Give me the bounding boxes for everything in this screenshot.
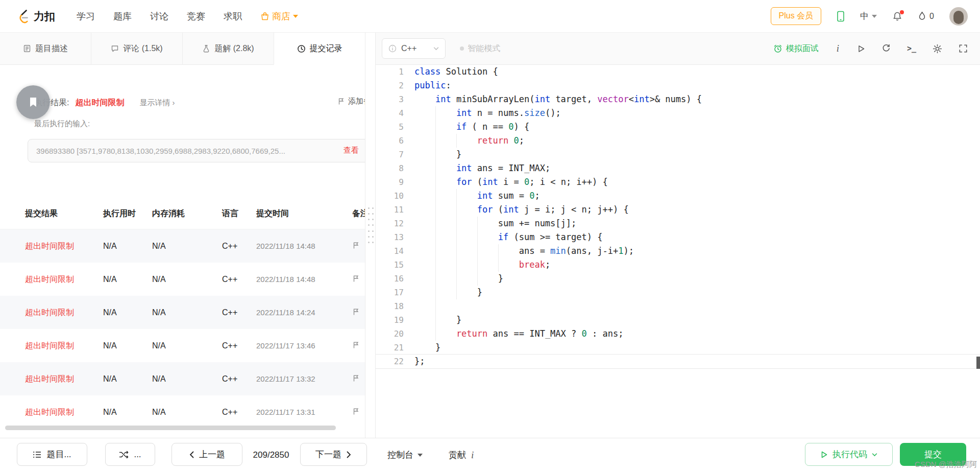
plus-member-button[interactable]: Plus 会员 — [771, 7, 822, 25]
code-line[interactable]: 10int sum = 0; — [376, 189, 980, 203]
fullscreen-icon[interactable] — [959, 44, 968, 53]
note-flag-icon[interactable] — [352, 242, 360, 249]
nav-item[interactable]: 求职 — [224, 10, 242, 22]
code-editor[interactable]: 1class Solution {2public:3int minSubArra… — [376, 65, 980, 438]
reset-icon[interactable] — [881, 44, 891, 53]
submission-status[interactable]: 超出时间限制 — [25, 329, 74, 362]
contribute-link[interactable]: 贡献 i — [449, 438, 475, 471]
next-problem-button[interactable]: 下一题 — [300, 443, 367, 466]
notifications-button[interactable] — [892, 11, 902, 21]
view-link[interactable]: 查看 — [344, 146, 359, 155]
add-note-link[interactable]: 添加备注 — [337, 97, 365, 106]
table-row[interactable]: 超出时间限制N/AN/AC++2022/11/18 14:24 — [0, 296, 365, 329]
table-row[interactable]: 超出时间限制N/AN/AC++2022/11/18 14:48 — [0, 263, 365, 296]
run-code-button[interactable]: 执行代码 — [805, 443, 893, 466]
tab-description[interactable]: 题目描述 — [0, 33, 91, 65]
console-toggle[interactable]: 控制台 — [387, 438, 423, 471]
code-line[interactable]: 2public: — [376, 79, 980, 92]
code-line[interactable]: 15break; — [376, 258, 980, 272]
code-line[interactable]: 20return ans == INT_MAX ? 0 : ans; — [376, 327, 980, 341]
show-details-link[interactable]: 显示详情 › — [139, 98, 175, 108]
solutions-icon — [202, 44, 210, 53]
note-flag-icon[interactable] — [352, 408, 360, 415]
line-number: 21 — [376, 341, 404, 355]
submission-status[interactable]: 超出时间限制 — [25, 362, 74, 395]
code-line[interactable]: 19} — [376, 313, 980, 327]
table-row[interactable]: 超出时间限制N/AN/AC++2022/11/17 13:46 — [0, 329, 365, 362]
streak-counter[interactable]: 0 — [918, 11, 934, 21]
last-input-box[interactable]: 396893380 [3571,9780,8138,1030,2959,6988… — [28, 139, 365, 162]
language-select[interactable]: C++ — [382, 38, 446, 59]
tab-comments[interactable]: 评论 (1.5k) — [91, 33, 182, 65]
code-line[interactable]: 9for (int i = 0; i < n; i++) { — [376, 175, 980, 189]
submission-status[interactable]: 超出时间限制 — [25, 296, 74, 329]
code-line[interactable]: 13if (sum >= target) { — [376, 230, 980, 244]
result-status[interactable]: 超出时间限制 — [75, 98, 124, 108]
nav-item[interactable]: 竞赛 — [187, 10, 205, 22]
code-line[interactable]: 11for (int j = i; j < n; j++) { — [376, 203, 980, 217]
note-flag-icon[interactable] — [352, 275, 360, 282]
code-line[interactable]: 22}; — [376, 355, 980, 368]
code-line[interactable]: 12sum += nums[j]; — [376, 217, 980, 230]
code-line[interactable]: 14ans = min(ans, j-i+1); — [376, 244, 980, 258]
mobile-app-icon[interactable] — [837, 11, 845, 22]
submission-status[interactable]: 超出时间限制 — [25, 229, 74, 263]
language-switcher[interactable]: 中 — [860, 10, 877, 22]
nav-item[interactable]: 讨论 — [150, 10, 168, 22]
problem-list-button[interactable]: 题目... — [17, 443, 87, 466]
line-number: 7 — [376, 148, 404, 161]
code-line[interactable]: 17} — [376, 286, 980, 299]
tab-solutions[interactable]: 题解 (2.8k) — [182, 33, 274, 65]
code-line[interactable]: 8int ans = INT_MAX; — [376, 161, 980, 175]
table-row[interactable]: 超出时间限制N/AN/AC++2022/11/17 13:32 — [0, 362, 365, 395]
smart-mode-toggle[interactable]: 智能模式 — [460, 43, 500, 54]
leetcode-logo[interactable]: 力扣 — [17, 9, 55, 24]
bookmark-float-button[interactable] — [16, 85, 50, 119]
table-row[interactable]: 超出时间限制N/AN/AC++2022/11/17 13:31 — [0, 395, 365, 429]
chevron-down-icon — [872, 15, 877, 18]
nav-menu: 学习题库讨论竞赛求职商店 — [77, 10, 298, 22]
table-body: 超出时间限制N/AN/AC++2022/11/18 14:48超出时间限制N/A… — [0, 229, 365, 429]
info-italic-icon: i — [470, 438, 475, 471]
nav-item-store[interactable]: 商店 — [260, 10, 298, 22]
avatar[interactable] — [949, 7, 968, 26]
code-line[interactable]: 7} — [376, 148, 980, 161]
note-flag-icon[interactable] — [352, 341, 360, 349]
play-icon[interactable] — [857, 44, 865, 53]
info-circle-icon — [388, 44, 397, 53]
submission-status[interactable]: 超出时间限制 — [25, 395, 74, 429]
note-flag-icon[interactable] — [352, 308, 360, 316]
code-line[interactable]: 3int minSubArrayLen(int target, vector<i… — [376, 92, 980, 106]
prev-problem-button[interactable]: 上一题 — [172, 443, 242, 466]
code-line[interactable]: 18 — [376, 299, 980, 313]
watermark: CSDN @浩浩阿阿 — [915, 460, 977, 469]
nav-item[interactable]: 题库 — [113, 10, 132, 22]
code-line[interactable]: 16} — [376, 272, 980, 286]
code-line[interactable]: 4int n = nums.size(); — [376, 106, 980, 120]
play-icon — [820, 451, 828, 459]
settings-icon[interactable] — [933, 44, 942, 54]
code-line[interactable]: 21} — [376, 341, 980, 355]
mock-interview-button[interactable]: 模拟面试 — [773, 43, 819, 54]
tab-submissions[interactable]: 提交记录 — [274, 33, 365, 65]
console-label: 控制台 — [387, 438, 413, 471]
table-row[interactable]: 超出时间限制N/AN/AC++2022/11/18 14:48 — [0, 229, 365, 263]
submission-status[interactable]: 超出时间限制 — [25, 263, 74, 296]
last-input-value: 396893380 [3571,9780,8138,1030,2959,6988… — [36, 147, 285, 155]
editor-scrollbar-thumb[interactable] — [976, 357, 980, 369]
language-label: 中 — [860, 10, 869, 22]
note-flag-icon[interactable] — [352, 374, 360, 382]
shuffle-button[interactable]: ... — [105, 443, 155, 466]
panel-splitter-handle[interactable] — [368, 206, 374, 244]
code-line[interactable]: 5if ( n == 0) { — [376, 120, 980, 134]
runtime-cell: N/A — [103, 296, 117, 329]
code-line[interactable]: 6return 0; — [376, 134, 980, 148]
horizontal-scrollbar[interactable] — [5, 426, 336, 430]
submissions-table: 提交结果执行用时内存消耗语言提交时间备注 超出时间限制N/AN/AC++2022… — [0, 198, 365, 429]
nav-item[interactable]: 学习 — [77, 10, 95, 22]
code-line[interactable]: 1class Solution { — [376, 65, 980, 79]
terminal-icon[interactable]: >_ — [907, 44, 916, 53]
time-cell: 2022/11/18 14:48 — [256, 229, 315, 263]
next-problem-label: 下一题 — [315, 449, 341, 460]
info-italic-icon[interactable]: i — [835, 43, 841, 54]
